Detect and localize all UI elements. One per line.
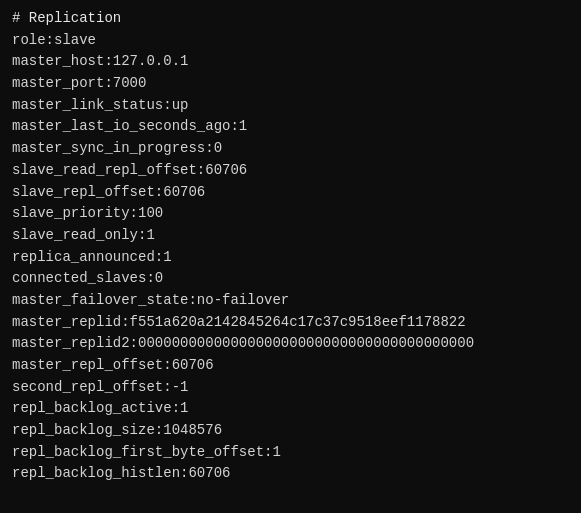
terminal-line: connected_slaves:0	[12, 268, 569, 290]
terminal-line: repl_backlog_size:1048576	[12, 420, 569, 442]
terminal-line: master_host:127.0.0.1	[12, 51, 569, 73]
terminal-line: master_link_status:up	[12, 95, 569, 117]
terminal-line: second_repl_offset:-1	[12, 377, 569, 399]
terminal-line: replica_announced:1	[12, 247, 569, 269]
terminal-line: slave_repl_offset:60706	[12, 182, 569, 204]
terminal-container: # Replicationrole:slavemaster_host:127.0…	[0, 0, 581, 513]
terminal-line: repl_backlog_active:1	[12, 398, 569, 420]
terminal-line: master_repl_offset:60706	[12, 355, 569, 377]
terminal-line: master_replid:f551a620a2142845264c17c37c…	[12, 312, 569, 334]
terminal-line: # Replication	[12, 8, 569, 30]
terminal-line: master_last_io_seconds_ago:1	[12, 116, 569, 138]
terminal-line: master_sync_in_progress:0	[12, 138, 569, 160]
terminal-line: master_replid2:0000000000000000000000000…	[12, 333, 569, 355]
terminal-line: slave_read_only:1	[12, 225, 569, 247]
terminal-line: slave_read_repl_offset:60706	[12, 160, 569, 182]
terminal-line: repl_backlog_histlen:60706	[12, 463, 569, 485]
terminal-line: role:slave	[12, 30, 569, 52]
terminal-line: master_failover_state:no-failover	[12, 290, 569, 312]
terminal-line: master_port:7000	[12, 73, 569, 95]
terminal-line: repl_backlog_first_byte_offset:1	[12, 442, 569, 464]
terminal-line: slave_priority:100	[12, 203, 569, 225]
